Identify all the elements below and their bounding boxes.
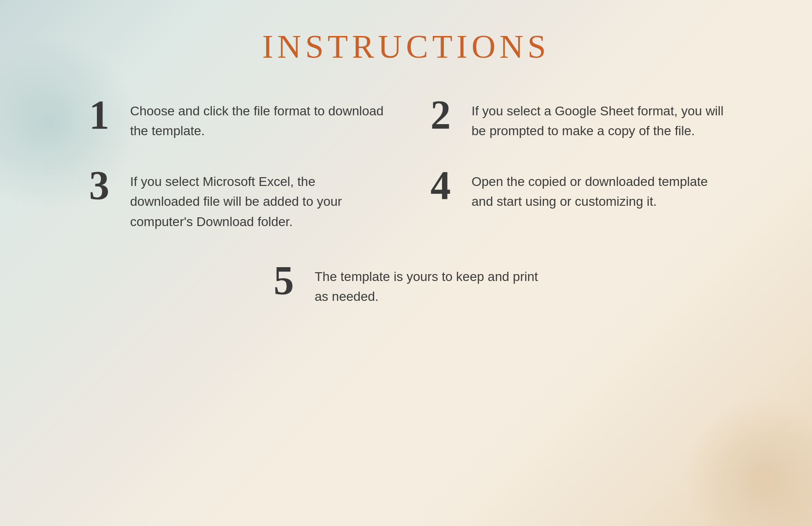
step-3: 3 If you select Microsoft Excel, the dow… bbox=[83, 169, 388, 232]
step-5-wrapper: 5 The template is yours to keep and prin… bbox=[83, 264, 729, 307]
step-4: 4 Open the copied or downloaded template… bbox=[424, 169, 729, 232]
step-2-text: If you select a Google Sheet format, you… bbox=[472, 98, 729, 141]
step-4-text: Open the copied or downloaded template a… bbox=[472, 169, 729, 212]
step-5-number: 5 bbox=[268, 260, 300, 301]
step-4-number: 4 bbox=[424, 165, 457, 206]
page-title: INSTRUCTIONS bbox=[262, 28, 550, 66]
step-1-number: 1 bbox=[83, 95, 115, 135]
step-2: 2 If you select a Google Sheet format, y… bbox=[424, 98, 729, 141]
step-1-text: Choose and click the file format to down… bbox=[130, 98, 388, 141]
step-3-number: 3 bbox=[83, 165, 115, 206]
step-3-text: If you select Microsoft Excel, the downl… bbox=[130, 169, 388, 232]
step-2-number: 2 bbox=[424, 95, 457, 135]
step-1: 1 Choose and click the file format to do… bbox=[83, 98, 388, 141]
step-5: 5 The template is yours to keep and prin… bbox=[268, 264, 544, 307]
page-content: INSTRUCTIONS 1 Choose and click the file… bbox=[0, 0, 812, 526]
step-5-text: The template is yours to keep and print … bbox=[315, 264, 544, 307]
steps-grid: 1 Choose and click the file format to do… bbox=[83, 98, 729, 307]
